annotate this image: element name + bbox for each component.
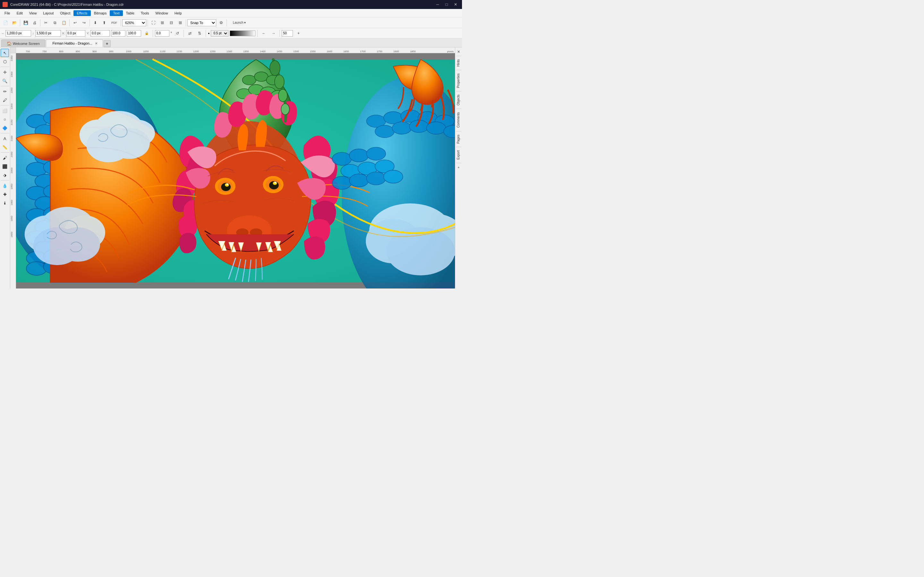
snap-settings-button[interactable]: ⚙ [217, 19, 225, 27]
open-button[interactable]: 📂 [10, 19, 19, 27]
zoom-dropdown[interactable]: 626% 400% 200% 100% 50% [122, 19, 146, 26]
hints-tab[interactable]: Hints [456, 57, 461, 69]
paste-button[interactable]: 📋 [60, 19, 68, 27]
properties-tab[interactable]: Properties [456, 71, 461, 90]
stroke-width-select[interactable]: 0.5 pt [211, 30, 228, 37]
ellipse-tool[interactable]: ○ [1, 115, 9, 123]
rotate-ccw-button[interactable]: ↺ [173, 29, 182, 37]
x-input[interactable] [66, 30, 86, 37]
right-panel-close[interactable]: ✕ [456, 49, 462, 55]
comments-tab[interactable]: Comments [456, 110, 461, 129]
menu-object[interactable]: Object [57, 10, 73, 16]
blend-tool[interactable]: ⬗ [1, 171, 9, 179]
angle-input[interactable] [155, 30, 170, 37]
tool-separator-5 [1, 152, 9, 153]
svg-point-60 [392, 122, 411, 134]
right-panel-sep-1 [456, 56, 461, 56]
transform-tool[interactable]: ✛ [1, 68, 9, 76]
width-input[interactable] [5, 30, 31, 37]
measure-tool[interactable]: 📏 [1, 143, 9, 151]
canvas-content [16, 53, 455, 288]
polygon-tool[interactable]: 🔷 [1, 124, 9, 132]
interactive-tool[interactable]: ✚ [1, 190, 9, 198]
menu-table[interactable]: Table [123, 10, 137, 16]
view-grid-button[interactable]: ⊟ [167, 19, 176, 27]
save-button[interactable]: 💾 [21, 19, 30, 27]
menu-view[interactable]: View [26, 10, 40, 16]
mirror-h-button[interactable]: ⇄ [186, 29, 194, 37]
opacity-input[interactable] [282, 30, 293, 37]
stroke-color-bar[interactable] [230, 31, 255, 36]
eyedropper-tool[interactable]: 💧 [1, 181, 9, 190]
zoom-tool[interactable]: 🔍 [1, 77, 9, 85]
height-input[interactable] [35, 30, 61, 37]
redo-button[interactable]: ↪ [80, 19, 88, 27]
menu-bitmaps[interactable]: Bitmaps [91, 10, 110, 16]
tool-separator-1 [1, 67, 9, 67]
menu-file[interactable]: File [1, 10, 13, 16]
tab-dragon[interactable]: Firman Hatibu - Dragon... ✕ [46, 39, 103, 47]
w-percent-input[interactable] [111, 30, 126, 37]
shadow-tool[interactable]: 🌡 [1, 199, 9, 207]
right-panel: ✕ Hints Properties Objects Comments Page… [455, 47, 462, 288]
fill-tool[interactable]: ⬛ [1, 162, 9, 171]
shape-tool[interactable]: ⬡ [1, 57, 9, 66]
add-tab-button[interactable]: + [103, 40, 111, 47]
pen-tool[interactable]: 🖊 [1, 96, 9, 104]
menu-window[interactable]: Window [152, 10, 171, 16]
title-text: CorelDRAW 2021 (64-Bit) - C:\Projects\20… [10, 3, 434, 6]
tabs-bar: 🏠 Welcome Screen Firman Hatibu - Dragon.… [0, 39, 462, 47]
menu-help[interactable]: Help [171, 10, 185, 16]
pages-tab[interactable]: Pages [456, 133, 461, 145]
undo-button[interactable]: ↩ [71, 19, 79, 27]
snap-to-dropdown[interactable]: Snap To [187, 19, 216, 26]
copy-button[interactable]: ⧉ [51, 19, 59, 27]
print-button[interactable]: 🖨 [31, 19, 39, 27]
right-panel-sep-4 [456, 109, 461, 109]
menu-edit[interactable]: Edit [13, 10, 26, 16]
menu-tools[interactable]: Tools [137, 10, 152, 16]
close-button[interactable]: ✕ [452, 1, 459, 8]
title-bar: CorelDRAW 2021 (64-Bit) - C:\Projects\20… [0, 0, 462, 9]
menu-text[interactable]: Text [110, 10, 123, 16]
right-panel-sep-7 [456, 163, 461, 163]
property-bar: ↔ ↕ X: Y: 🔒 ° ↺ ⇄ ⇅ ● 0.5 pt ← → + [0, 28, 462, 39]
maximize-button[interactable]: □ [443, 1, 451, 8]
full-screen-button[interactable]: ⛶ [149, 19, 158, 27]
objects-tab[interactable]: Objects [456, 93, 461, 107]
view-mode-button[interactable]: ⊞ [158, 19, 166, 27]
new-button[interactable]: 📄 [1, 19, 10, 27]
close-tab-icon[interactable]: ✕ [95, 42, 97, 45]
canvas-viewport[interactable] [16, 53, 455, 288]
tab-welcome-label: Welcome Screen [13, 42, 40, 45]
import-button[interactable]: ⬇ [91, 19, 99, 27]
tab-welcome[interactable]: 🏠 Welcome Screen [1, 39, 45, 47]
view-option-button[interactable]: ⊞ [176, 19, 184, 27]
h-percent-input[interactable] [127, 30, 141, 37]
menu-effects[interactable]: Effects [73, 10, 90, 16]
cut-button[interactable]: ✂ [42, 19, 50, 27]
freehand-tool[interactable]: ✏ [1, 87, 9, 95]
svg-point-93 [226, 183, 228, 185]
start-arrow-button[interactable]: ← [260, 29, 268, 37]
ruler-corner [10, 47, 16, 53]
rectangle-tool[interactable]: ⬜ [1, 106, 9, 115]
export-pdf-button[interactable]: PDF [109, 19, 120, 27]
text-tool[interactable]: A [1, 134, 9, 143]
export-tab[interactable]: Export [456, 148, 461, 161]
y-input[interactable] [90, 30, 110, 37]
select-tool[interactable]: ↖ [1, 49, 9, 57]
more-options-button[interactable]: + [294, 29, 302, 37]
svg-point-78 [242, 75, 256, 85]
canvas-area[interactable]: 700 750 800 850 900 950 1000 1050 1100 1… [10, 47, 455, 288]
export-button[interactable]: ⬆ [100, 19, 108, 27]
lock-ratio-button[interactable]: 🔒 [142, 29, 151, 37]
minimize-button[interactable]: ─ [434, 1, 441, 8]
mirror-v-button[interactable]: ⇅ [195, 29, 204, 37]
right-panel-add[interactable]: + [456, 164, 462, 170]
prop-sep-1 [153, 30, 153, 37]
paint-tool[interactable]: 🖌 [1, 153, 9, 162]
end-arrow-button[interactable]: → [269, 29, 278, 37]
launch-button[interactable]: Launch ▾ [228, 19, 250, 27]
menu-layout[interactable]: Layout [40, 10, 57, 16]
